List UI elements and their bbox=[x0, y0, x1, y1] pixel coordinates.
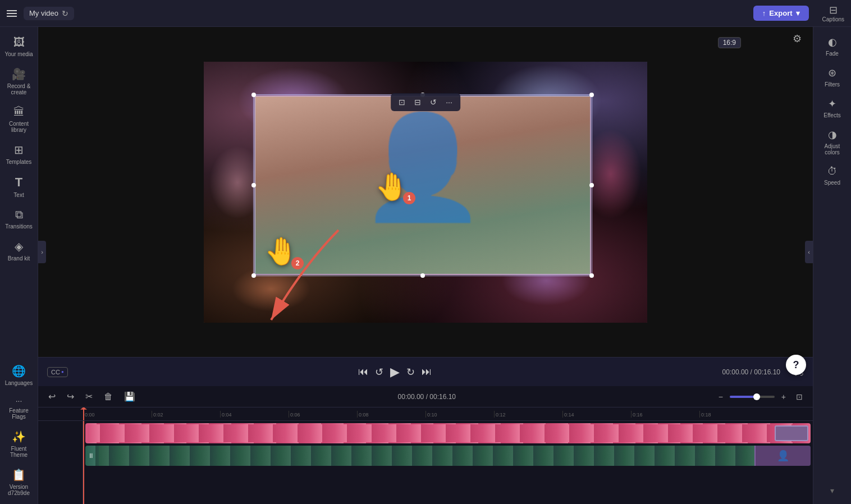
video-preview-area[interactable]: 16:9 ⚙ bbox=[38, 27, 813, 357]
sidebar-label-feature-flags: Feature Flags bbox=[4, 407, 34, 420]
more-button[interactable]: ··· bbox=[442, 95, 456, 109]
sidebar-item-transitions[interactable]: ⧉ Transitions bbox=[2, 204, 36, 233]
zoom-in-button[interactable]: + bbox=[778, 390, 789, 404]
sidebar-item-your-media[interactable]: 🖼 Your media bbox=[2, 31, 36, 61]
track-label-sticker bbox=[40, 423, 80, 443]
text-icon: T bbox=[15, 175, 22, 190]
track-video-end-clip[interactable]: 👤 bbox=[754, 446, 811, 466]
sidebar-item-fluent-theme[interactable]: ✨ Fluent Theme bbox=[2, 425, 36, 461]
sidebar-label-text: Text bbox=[13, 192, 24, 198]
sidebar-label-record-create: Record & create bbox=[4, 83, 34, 95]
record-create-icon: 🎥 bbox=[12, 67, 26, 81]
left-panel-collapse-button[interactable]: › bbox=[38, 241, 46, 263]
sidebar-item-brand-kit[interactable]: ◈ Brand kit bbox=[2, 235, 36, 265]
zoom-out-button[interactable]: − bbox=[715, 390, 726, 404]
export-arrow-icon: ↑ bbox=[762, 9, 766, 17]
zoom-controls: − + ⊡ bbox=[715, 390, 806, 404]
save-button[interactable]: 💾 bbox=[121, 389, 139, 404]
timeline-area: ↩ ↪ ✂ 🗑 💾 00:00.00 / 00:16.10 − + ⊡ bbox=[38, 386, 813, 504]
sidebar-item-feature-flags[interactable]: ··· Feature Flags bbox=[2, 392, 36, 423]
captions-button[interactable]: ⊟ Captions bbox=[822, 4, 844, 22]
redo-button[interactable]: ↪ bbox=[63, 389, 77, 404]
captions-icon: ⊟ bbox=[829, 4, 838, 16]
menu-icon[interactable] bbox=[7, 8, 17, 19]
sidebar-item-templates[interactable]: ⊞ Templates bbox=[2, 139, 36, 168]
timeline-ruler: 0:00 0:02 0:04 0:06 0:08 0:10 0:12 0:14 … bbox=[38, 407, 813, 421]
speed-icon: ⏱ bbox=[827, 166, 838, 177]
rewind-button[interactable]: ↺ bbox=[375, 366, 383, 378]
timeline-tracks: ⏸ 👤 bbox=[38, 421, 813, 504]
ruler-marks: 0:00 0:02 0:04 0:06 0:08 0:10 0:12 0:14 … bbox=[83, 411, 768, 418]
sidebar-item-content-library[interactable]: 🏛 Content library bbox=[2, 101, 36, 136]
sidebar-label-brand-kit: Brand kit bbox=[8, 255, 30, 262]
center-area: 16:9 ⚙ bbox=[38, 27, 813, 504]
timeline-time-total: 00:16.10 bbox=[429, 393, 456, 401]
play-button[interactable]: ▶ bbox=[390, 365, 400, 379]
sidebar-label-your-media: Your media bbox=[4, 51, 33, 57]
your-media-icon: 🖼 bbox=[13, 36, 25, 49]
export-button[interactable]: ↑ Export ▾ bbox=[753, 6, 809, 21]
video-toolbar: ⊡ ⊟ ↺ ··· bbox=[391, 93, 460, 111]
right-panel: ◐ Fade ⊛ Filters ✦ Effects ◑ Adjust colo… bbox=[813, 27, 851, 504]
sidebar-label-transitions: Transitions bbox=[5, 223, 33, 230]
ruler-mark-12: 0:12 bbox=[494, 411, 562, 418]
ruler-mark-16: 0:16 bbox=[631, 411, 699, 418]
sidebar-item-version[interactable]: 📋 Version d72b9de bbox=[2, 464, 36, 500]
crop-button[interactable]: ⊡ bbox=[395, 95, 409, 109]
sidebar-label-fluent-theme: Fluent Theme bbox=[4, 446, 34, 458]
undo-button[interactable]: ↩ bbox=[45, 389, 59, 404]
playhead bbox=[83, 407, 84, 420]
effects-icon: ✦ bbox=[828, 98, 836, 110]
right-panel-item-adjust-colors[interactable]: ◑ Adjust colors bbox=[816, 124, 849, 159]
video-end-icon: 👤 bbox=[777, 450, 789, 462]
help-button[interactable]: ? bbox=[786, 355, 806, 375]
video-inner: 👤 bbox=[254, 95, 591, 275]
rotate-button[interactable]: ↺ bbox=[427, 95, 440, 109]
refresh-icon[interactable]: ↻ bbox=[62, 9, 68, 18]
video-title-input[interactable]: My video ↻ bbox=[24, 7, 74, 20]
track-labels bbox=[38, 421, 83, 504]
filters-icon: ⊛ bbox=[828, 67, 836, 79]
sidebar-item-languages[interactable]: 🌐 Languages bbox=[2, 360, 36, 390]
right-panel-item-filters[interactable]: ⊛ Filters bbox=[816, 62, 849, 91]
ruler-mark-18: 0:18 bbox=[699, 411, 768, 418]
main-layout: 🖼 Your media 🎥 Record & create 🏛 Content… bbox=[0, 27, 851, 504]
video-title-text: My video bbox=[29, 9, 58, 17]
right-panel-item-speed[interactable]: ⏱ Speed bbox=[816, 161, 849, 189]
right-panel-item-fade[interactable]: ◐ Fade bbox=[816, 31, 849, 60]
fit-button[interactable]: ⊟ bbox=[411, 95, 424, 109]
track-sticker[interactable] bbox=[85, 423, 811, 443]
sidebar-item-text[interactable]: T Text bbox=[2, 171, 36, 201]
cc-button[interactable]: CC ● bbox=[47, 367, 68, 377]
track-label-video bbox=[40, 446, 80, 466]
templates-icon: ⊞ bbox=[14, 143, 24, 157]
right-panel-item-effects[interactable]: ✦ Effects bbox=[816, 93, 849, 122]
right-panel-label-filters: Filters bbox=[825, 81, 840, 88]
forward-button[interactable]: ↻ bbox=[406, 366, 415, 378]
track-pause-button[interactable]: ⏸ bbox=[88, 452, 94, 460]
right-panel-collapse-icon[interactable]: ▾ bbox=[826, 482, 839, 500]
track-sticker-end-clip[interactable] bbox=[775, 425, 808, 441]
playback-controls: ⏮ ↺ ▶ ↻ ⏭ bbox=[358, 365, 432, 379]
languages-icon: 🌐 bbox=[12, 364, 26, 378]
cc-dot-icon: ● bbox=[61, 369, 64, 374]
cut-button[interactable]: ✂ bbox=[82, 389, 96, 404]
content-library-icon: 🏛 bbox=[13, 106, 25, 118]
sidebar-item-record-create[interactable]: 🎥 Record & create bbox=[2, 63, 36, 99]
skip-end-button[interactable]: ⏭ bbox=[422, 366, 432, 378]
transitions-icon: ⧉ bbox=[15, 208, 23, 221]
cursor-badge-2: 2 bbox=[291, 257, 304, 269]
ruler-mark-4: 0:04 bbox=[220, 411, 289, 418]
settings-gear-icon[interactable]: ⚙ bbox=[793, 33, 802, 45]
track-video[interactable]: ⏸ 👤 bbox=[85, 446, 811, 466]
adjust-colors-icon: ◑ bbox=[828, 129, 837, 141]
right-panel-collapse-button[interactable]: ‹ bbox=[805, 241, 813, 263]
delete-button[interactable]: 🗑 bbox=[100, 390, 116, 404]
playback-bar: CC ● ⏮ ↺ ▶ ↻ ⏭ 00:00.00 / 00:16.10 ⛶ bbox=[38, 357, 813, 386]
fit-timeline-button[interactable]: ⊡ bbox=[793, 390, 806, 404]
zoom-slider[interactable] bbox=[730, 396, 775, 398]
skip-start-button[interactable]: ⏮ bbox=[358, 366, 368, 378]
export-label: Export bbox=[769, 9, 792, 17]
timeline-time-display: 00:00.00 / 00:16.10 bbox=[143, 393, 711, 401]
aspect-ratio-badge: 16:9 bbox=[718, 37, 741, 48]
